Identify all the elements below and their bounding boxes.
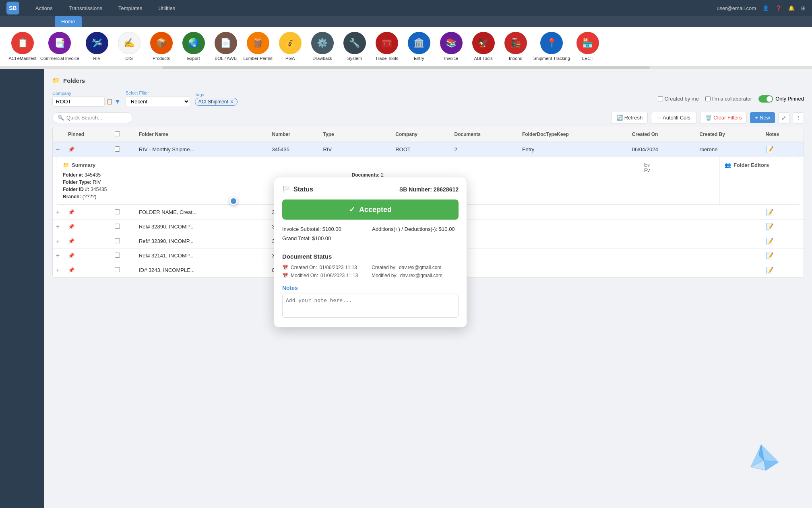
row-checkbox-2[interactable]: [115, 209, 120, 214]
notification-icon[interactable]: 🔔: [788, 5, 795, 11]
td-cb-6[interactable]: [112, 263, 136, 278]
nav-templates[interactable]: Templates: [115, 4, 145, 13]
select-all-checkbox[interactable]: [115, 131, 120, 136]
icon-export[interactable]: 🌏 Export: [179, 32, 208, 61]
td-notes-6[interactable]: 📝: [762, 263, 804, 278]
td-cb-4[interactable]: [112, 234, 136, 249]
th-folder-name[interactable]: Folder Name: [136, 127, 269, 142]
icon-bol-awb[interactable]: 📄 BOL / AWB: [211, 32, 240, 61]
td-pin-3[interactable]: 📌: [65, 220, 112, 234]
icon-products[interactable]: 📦 Products: [147, 32, 176, 61]
icon-riv[interactable]: 🛩️ RIV: [83, 32, 112, 61]
only-pinned-toggle[interactable]: [758, 95, 773, 103]
icon-entry[interactable]: 🏛️ Entry: [405, 32, 434, 61]
select-filter-dropdown[interactable]: Recent: [126, 96, 190, 107]
th-created-on[interactable]: Created On: [629, 127, 696, 142]
td-notes-3[interactable]: 📝: [762, 220, 804, 234]
home-tab[interactable]: Home: [55, 16, 82, 27]
icon-pga[interactable]: 💰 PGA: [276, 32, 305, 61]
refresh-btn[interactable]: 🔄 Refresh: [611, 112, 648, 123]
icon-invoice[interactable]: 📚 Invoice: [437, 32, 466, 61]
system-icon-bg: 🔧: [343, 32, 366, 54]
td-minus[interactable]: −: [53, 142, 65, 157]
td-plus-2[interactable]: +: [53, 205, 65, 220]
td-pin-2[interactable]: 📌: [65, 205, 112, 220]
td-pin-1[interactable]: 📌: [65, 142, 112, 157]
icon-shipment-tracking[interactable]: 📍 Shipment Tracking: [533, 32, 570, 61]
td-pin-5[interactable]: 📌: [65, 249, 112, 263]
icon-abi-tools[interactable]: 🦅 ABI Tools: [469, 32, 498, 61]
icon-lumber-permit[interactable]: 🪵 Lumber Permit: [244, 32, 273, 61]
td-created-by-1: rberone: [696, 142, 762, 157]
row-checkbox-4[interactable]: [115, 238, 120, 243]
icon-drawback[interactable]: ⚙️ Drawback: [308, 32, 337, 61]
calendar-icon-2: 📅: [282, 273, 288, 278]
row-checkbox-6[interactable]: [115, 267, 120, 272]
icon-system[interactable]: 🔧 System: [340, 32, 369, 61]
status-popup: 🏳️ Status SB Number: 28628612 ✓ Accepted…: [274, 177, 467, 327]
row-checkbox-3[interactable]: [115, 224, 120, 229]
notes-section-label: Notes: [282, 285, 459, 291]
icon-dis[interactable]: ✍️ DIS: [115, 32, 144, 61]
nav-transmissions[interactable]: Transmissions: [66, 4, 105, 13]
table-row[interactable]: − 📌 RIV - Monthly Shipme... 345435 RIV R…: [53, 142, 804, 157]
th-notes[interactable]: Notes: [762, 127, 804, 142]
th-folder-doc-type-keep[interactable]: FolderDocTypeKeep: [519, 127, 629, 142]
row-checkbox-1[interactable]: [115, 146, 120, 152]
th-company[interactable]: Company: [392, 127, 451, 142]
created-by-label: Created by:: [372, 265, 397, 270]
td-plus-3[interactable]: +: [53, 220, 65, 234]
row-checkbox-5[interactable]: [115, 253, 120, 258]
company-input-wrap: 📋 ▼: [52, 97, 121, 107]
td-cb-3[interactable]: [112, 220, 136, 234]
th-type[interactable]: Type: [320, 127, 393, 142]
filter-icon[interactable]: ▼: [114, 98, 121, 105]
accepted-btn[interactable]: ✓ Accepted: [282, 199, 459, 220]
created-by-me-checkbox[interactable]: [658, 96, 663, 101]
tag-remove-btn[interactable]: ✕: [230, 99, 234, 105]
icon-lect[interactable]: 🏪 LECT: [573, 32, 602, 61]
td-notes-1[interactable]: 📝: [762, 142, 804, 157]
td-plus-4[interactable]: +: [53, 234, 65, 249]
icon-commercial-invoice[interactable]: 📑 Commercial Invoice: [40, 32, 79, 61]
more-options-btn[interactable]: ⋮: [793, 112, 804, 123]
created-by-me-label[interactable]: Created by me: [658, 96, 699, 102]
td-notes-5[interactable]: 📝: [762, 249, 804, 263]
icon-trade-tools[interactable]: 🧰 Trade Tools: [372, 32, 401, 61]
td-plus-6[interactable]: +: [53, 263, 65, 278]
help-icon[interactable]: ❓: [775, 5, 782, 11]
th-created-by[interactable]: Created By: [696, 127, 762, 142]
filters-row: Company 📋 ▼ Select Filter Recent Tags AC…: [52, 90, 804, 107]
icon-aci-emanifest[interactable]: 📋 ACI eManifest: [8, 32, 37, 61]
td-cb-2[interactable]: [112, 205, 136, 220]
nav-actions[interactable]: Actions: [32, 4, 56, 13]
notes-textarea[interactable]: [282, 294, 459, 318]
th-pinned[interactable]: Pinned: [65, 127, 112, 142]
td-pin-6[interactable]: 📌: [65, 263, 112, 278]
grid-icon[interactable]: ⊞: [801, 5, 806, 11]
company-input[interactable]: [52, 97, 105, 107]
collaborator-checkbox[interactable]: [705, 96, 711, 101]
nav-utilities[interactable]: Utilities: [155, 4, 178, 13]
new-btn[interactable]: + New: [750, 112, 775, 123]
th-number[interactable]: Number: [269, 127, 320, 142]
td-cb-5[interactable]: [112, 249, 136, 263]
search-input[interactable]: [66, 115, 131, 121]
user-icon[interactable]: 👤: [762, 5, 769, 11]
td-pin-4[interactable]: 📌: [65, 234, 112, 249]
collaborator-label[interactable]: I'm a collaborator: [705, 96, 752, 102]
expand-btn[interactable]: ⤢: [778, 112, 789, 123]
td-plus-5[interactable]: +: [53, 249, 65, 263]
icon-inbond[interactable]: 🚂 Inbond: [501, 32, 530, 61]
td-notes-2[interactable]: 📝: [762, 205, 804, 220]
autofill-cols-btn[interactable]: ↔ Autofill Cols.: [651, 112, 697, 123]
td-notes-4[interactable]: 📝: [762, 234, 804, 249]
editors-icon: 👥: [725, 162, 731, 168]
clear-filters-btn[interactable]: 🗑️ Clear Filters: [700, 112, 747, 123]
summary-right: Ev Ev: [639, 157, 719, 204]
copy-icon[interactable]: 📋: [106, 99, 113, 105]
th-documents[interactable]: Documents: [451, 127, 519, 142]
nav-right: user@email.com 👤 ❓ 🔔 ⊞: [717, 5, 806, 11]
status-popup-header: 🏳️ Status SB Number: 28628612: [282, 185, 459, 193]
td-cb-1[interactable]: [112, 142, 136, 157]
